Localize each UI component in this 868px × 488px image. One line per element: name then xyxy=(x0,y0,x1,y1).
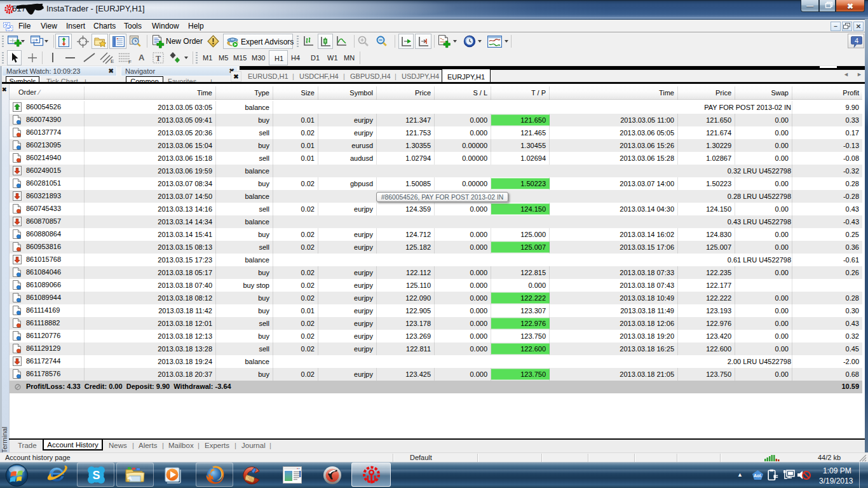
svg-text:Aol.: Aol. xyxy=(754,473,762,478)
svg-text:4: 4 xyxy=(855,37,858,44)
svg-text:F: F xyxy=(128,59,132,64)
svg-text:S: S xyxy=(92,469,100,482)
svg-text:E: E xyxy=(111,58,114,64)
svg-text:T: T xyxy=(156,54,161,63)
